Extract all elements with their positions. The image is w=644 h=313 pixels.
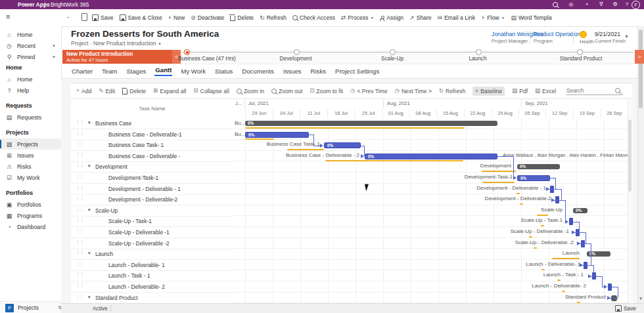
task-row[interactable]: ⋮⋮Scale-Up - Task-1: [71, 216, 233, 227]
bpf-next-chevron[interactable]: >: [635, 50, 644, 64]
stage-dot-development[interactable]: [294, 49, 300, 55]
drag-handle-icon[interactable]: ⋮⋮: [76, 217, 83, 222]
back-button[interactable]: ←: [66, 12, 72, 20]
sidebar-item-home[interactable]: ⌂Home: [0, 73, 61, 85]
settings-gear-icon[interactable]: ⚙: [610, 1, 620, 9]
task-row[interactable]: ⋮⋮Business Case - Deliverable -: [71, 151, 233, 162]
gantt-expand-all-button[interactable]: ⊞Expand all: [153, 88, 186, 94]
drag-handle-icon[interactable]: ⋮⋮: [76, 174, 83, 179]
suite-name[interactable]: BrightWork 365: [51, 1, 89, 8]
collapse-caret-icon[interactable]: ▾: [88, 163, 91, 169]
drag-handle-icon[interactable]: ⋮⋮: [76, 163, 83, 168]
new-button[interactable]: +New: [168, 14, 185, 21]
gantt-zoom-in-button[interactable]: Zoom in: [237, 88, 264, 94]
drag-handle-icon[interactable]: ⋮⋮: [76, 240, 83, 245]
gantt-excel-button[interactable]: ▤Excel: [535, 88, 556, 94]
environment-icon[interactable]: ◎: [566, 1, 576, 9]
gantt-delete-button[interactable]: Delete: [122, 88, 146, 94]
add-icon[interactable]: +: [582, 1, 591, 9]
gantt-prev-time-button[interactable]: ◷< Prev Time: [350, 88, 388, 94]
sidebar-item-risks[interactable]: ⚠Risks: [0, 161, 61, 172]
assign-button[interactable]: Assign: [380, 14, 403, 21]
sidebar-item-issues[interactable]: ⊞Issues: [0, 150, 61, 161]
task-row[interactable]: ⋮⋮Launch - Task - 1: [71, 270, 233, 282]
process-button[interactable]: ⇄Process▼: [341, 14, 375, 21]
drag-handle-icon[interactable]: ⋮⋮: [76, 228, 83, 234]
gantt-refresh-button[interactable]: ↻Refresh: [439, 88, 465, 94]
flow-button[interactable]: ⚡Flow▼: [481, 14, 505, 21]
task-row[interactable]: ⋮⋮Business Case Task- 1: [71, 140, 233, 151]
gantt-edit-button[interactable]: ✎Edit: [99, 88, 115, 94]
sidebar-item-programs[interactable]: ▦Programs: [0, 210, 61, 221]
stage-label-development[interactable]: Development: [280, 55, 312, 62]
task-row[interactable]: ⋮⋮▾Business Case: [71, 118, 233, 129]
sidebar-item-dashboard[interactable]: ◔Dashboard: [0, 221, 61, 232]
task-row[interactable]: ⋮⋮Scale-Up - Deliverable -1: [71, 227, 233, 238]
task-row[interactable]: ⋮⋮Scale-Up - Deliverable -2: [71, 238, 233, 249]
summary-bar-development[interactable]: 0%: [517, 164, 560, 169]
tab-issues[interactable]: Issues: [283, 68, 302, 75]
task-row[interactable]: ⋮⋮Launch - Deliverable- 1: [71, 260, 233, 271]
drag-handle-icon[interactable]: ⋮⋮: [76, 283, 83, 288]
stage-dot-scale-up[interactable]: [390, 49, 396, 55]
task-row[interactable]: ⋮⋮Development - Deliverable - 1: [71, 184, 233, 195]
sidebar-item-pinned[interactable]: ⚲Pinned▼: [0, 51, 61, 62]
form-selector[interactable]: New Product Introduction: [93, 40, 156, 47]
delete-button[interactable]: Delete: [230, 14, 254, 21]
share-button[interactable]: ↗Share: [409, 14, 431, 21]
collapse-caret-icon[interactable]: ▾: [88, 295, 91, 300]
user-avatar[interactable]: F: [632, 1, 640, 9]
environment-switcher[interactable]: P Projects ⇅: [0, 301, 66, 313]
task-row[interactable]: ⋮⋮Business Case - Deliverable-1: [71, 129, 233, 140]
drag-handle-icon[interactable]: ⋮⋮: [76, 250, 83, 255]
filter-icon[interactable]: ∇: [597, 1, 606, 9]
drag-handle-icon[interactable]: ⋮⋮: [76, 207, 83, 212]
summary-bar-scale-up[interactable]: 0%: [573, 208, 587, 213]
stage-label-standard-product[interactable]: Standard Product: [560, 55, 603, 62]
tab-my-work[interactable]: My Work: [180, 68, 206, 75]
task-bar-bc-deliverable-1[interactable]: 0%: [245, 132, 309, 138]
drag-handle-icon[interactable]: ⋮⋮: [76, 294, 83, 299]
word-templates-button[interactable]: ▤Word Templates▼: [511, 14, 552, 21]
tab-risks[interactable]: Risks: [310, 68, 327, 75]
collapse-caret-icon[interactable]: ▾: [88, 207, 91, 213]
task-row[interactable]: ⋮⋮Development-Task-1: [71, 173, 233, 184]
sidebar-item-portfolios[interactable]: ▣Portfolios: [0, 199, 61, 210]
tab-gantt[interactable]: Gantt: [154, 66, 172, 76]
task-row[interactable]: ⋮⋮▾Scale-Up: [71, 205, 233, 217]
stage-dot-launch[interactable]: [476, 49, 482, 55]
task-bar-bc-task-1[interactable]: 0%: [324, 142, 361, 148]
tab-team[interactable]: Team: [101, 68, 118, 75]
collapse-caret-icon[interactable]: ▾: [88, 251, 91, 256]
drag-handle-icon[interactable]: ⋮⋮: [76, 119, 83, 125]
drag-handle-icon[interactable]: ⋮⋮: [76, 272, 83, 277]
stage-dot-business-case[interactable]: [184, 49, 190, 55]
sidebar-item-projects[interactable]: ▧Projects: [0, 138, 61, 150]
gantt-search-input[interactable]: [566, 87, 615, 94]
deactivate-button[interactable]: ⊘Deactivate: [191, 14, 224, 21]
gantt-baseline-toggle[interactable]: ≡Baseline: [472, 87, 505, 96]
drag-handle-icon[interactable]: ⋮⋮: [76, 141, 83, 146]
drag-handle-icon[interactable]: ⋮⋮: [76, 196, 83, 201]
gantt-scrollbar-thumb[interactable]: [628, 119, 632, 192]
task-bar-development-task-1[interactable]: 0%: [517, 175, 550, 181]
task-row[interactable]: ⋮⋮Launch - Deliverable- 2: [71, 282, 233, 293]
sidebar-toggle-icon[interactable]: ≡: [6, 12, 10, 20]
gantt-search-box[interactable]: [566, 87, 623, 95]
sidebar-item-home-top[interactable]: ⌂Home: [0, 29, 61, 40]
tab-documents[interactable]: Documents: [241, 68, 275, 75]
sidebar-item-requests[interactable]: ▤Requests: [0, 112, 61, 123]
help-icon[interactable]: ?: [622, 1, 632, 9]
status-save-button[interactable]: Save: [615, 305, 636, 312]
save-close-button[interactable]: Save & Close: [120, 14, 162, 21]
page-scrollbar-thumb[interactable]: [639, 30, 643, 108]
tab-status[interactable]: Status: [214, 68, 233, 75]
search-icon[interactable]: [551, 1, 560, 9]
tab-charter[interactable]: Charter: [71, 68, 93, 75]
drag-handle-icon[interactable]: ⋮⋮: [76, 185, 83, 190]
program-link[interactable]: Product Operations: [534, 31, 584, 37]
header-expand-chevron[interactable]: ▼: [624, 34, 629, 39]
task-bar-bc-deliverable-2[interactable]: 0%: [365, 154, 497, 159]
drag-handle-icon[interactable]: ⋮⋮: [76, 261, 83, 266]
sidebar-item-recent[interactable]: ◷Recent▼: [0, 40, 61, 51]
